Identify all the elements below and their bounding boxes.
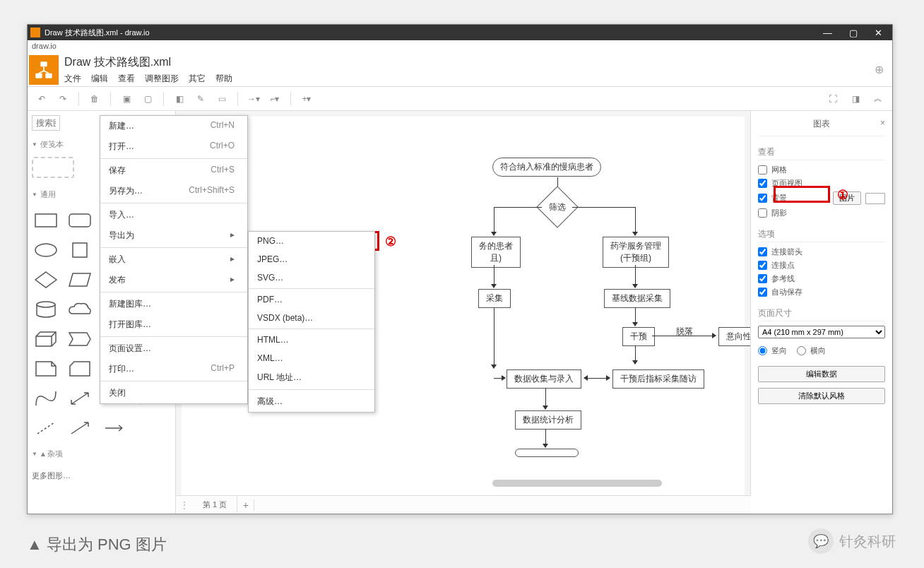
fc-node-left1[interactable]: 务的患者且) bbox=[471, 237, 521, 268]
page-size-select[interactable]: A4 (210 mm x 297 mm) bbox=[758, 326, 885, 338]
menu-item-close[interactable]: 关闭 bbox=[100, 383, 247, 403]
export-advanced[interactable]: 高级… bbox=[249, 391, 374, 412]
fullscreen-icon[interactable]: ⛶ bbox=[824, 90, 841, 107]
add-page-button[interactable]: + bbox=[237, 499, 254, 511]
minimize-button[interactable]: — bbox=[823, 28, 832, 38]
shape-cloud[interactable] bbox=[66, 297, 94, 321]
connection-icon[interactable]: →▾ bbox=[245, 90, 262, 107]
menu-extras[interactable]: 其它 bbox=[189, 73, 206, 85]
menu-help[interactable]: 帮助 bbox=[215, 73, 232, 85]
shape-cube[interactable] bbox=[32, 327, 60, 351]
shape-biarrow[interactable] bbox=[66, 386, 94, 410]
line-color-icon[interactable]: ✎ bbox=[192, 90, 209, 107]
menu-item-open[interactable]: 打开…Ctrl+O bbox=[100, 136, 247, 157]
shape-dashline[interactable] bbox=[32, 416, 60, 440]
export-html[interactable]: HTML… bbox=[249, 331, 374, 349]
annotation-label-2: ② bbox=[385, 234, 396, 249]
fc-node-intervention[interactable]: 干预 bbox=[622, 327, 655, 346]
shape-rect[interactable] bbox=[32, 208, 60, 232]
add-icon[interactable]: +▾ bbox=[298, 90, 315, 107]
menu-item-publish[interactable]: 发布▸ bbox=[100, 270, 247, 290]
fc-node-stats[interactable]: 数据统计分析 bbox=[515, 410, 581, 430]
checkbox-background[interactable]: 背景 图片 bbox=[758, 191, 885, 205]
close-button[interactable]: ✕ bbox=[875, 28, 882, 38]
panel-tab-diagram[interactable]: 图表 bbox=[813, 119, 830, 129]
globe-icon[interactable]: ⊕ bbox=[875, 63, 884, 76]
bg-color-swatch[interactable] bbox=[865, 193, 885, 204]
menu-view[interactable]: 查看 bbox=[118, 73, 135, 85]
shape-square[interactable] bbox=[66, 238, 94, 262]
fc-node-start[interactable]: 符合纳入标准的慢病患者 bbox=[492, 158, 601, 177]
menu-item-openlib[interactable]: 打开图库… bbox=[100, 314, 247, 335]
fc-node-datacollect[interactable]: 数据收集与录入 bbox=[507, 369, 581, 389]
to-front-icon[interactable]: ▣ bbox=[118, 90, 135, 107]
export-url[interactable]: URL 地址… bbox=[249, 367, 374, 388]
shape-arrow-line[interactable] bbox=[66, 416, 94, 440]
checkbox-grid[interactable]: 网格 bbox=[758, 165, 885, 175]
checkbox-conn-arrow[interactable]: 连接箭头 bbox=[758, 247, 885, 257]
format-panel-icon[interactable]: ◨ bbox=[847, 90, 864, 107]
fc-node-analysis[interactable]: 意向性分析 bbox=[718, 327, 751, 346]
page-tab-1[interactable]: 第 1 页 bbox=[193, 497, 237, 513]
checkbox-autosave[interactable]: 自动保存 bbox=[758, 287, 885, 297]
shadow-icon[interactable]: ▭ bbox=[213, 90, 230, 107]
more-shapes-link[interactable]: 更多图形… bbox=[32, 471, 171, 481]
checkbox-guide[interactable]: 参考线 bbox=[758, 273, 885, 284]
shape-parallelogram[interactable] bbox=[66, 268, 94, 292]
maximize-button[interactable]: ▢ bbox=[849, 28, 858, 38]
to-back-icon[interactable]: ▢ bbox=[139, 90, 156, 107]
figure-caption: ▲ 导出为 PNG 图片 bbox=[27, 534, 167, 555]
menu-file[interactable]: 文件 bbox=[64, 73, 81, 85]
shape-note[interactable] bbox=[32, 357, 60, 381]
svg-point-7 bbox=[35, 244, 57, 256]
export-png[interactable]: PNG… bbox=[249, 232, 374, 250]
menu-item-saveas[interactable]: 另存为…Ctrl+Shift+S bbox=[100, 181, 247, 201]
fc-node-right2[interactable]: 基线数据采集 bbox=[604, 289, 670, 308]
checkbox-conn-point[interactable]: 连接点 bbox=[758, 260, 885, 271]
menu-item-new[interactable]: 新建…Ctrl+N bbox=[100, 116, 247, 136]
delete-icon[interactable]: 🗑 bbox=[86, 90, 103, 107]
undo-icon[interactable]: ↶ bbox=[33, 90, 50, 107]
menu-item-pagesetup[interactable]: 页面设置… bbox=[100, 338, 247, 359]
shape-card[interactable] bbox=[66, 357, 94, 381]
checkbox-shadow[interactable]: 阴影 bbox=[758, 208, 885, 218]
menu-item-export[interactable]: 导出为▸ bbox=[100, 225, 247, 246]
menu-item-embed[interactable]: 嵌入▸ bbox=[100, 249, 247, 270]
collapse-icon[interactable]: ︽ bbox=[870, 90, 887, 107]
panel-close-icon[interactable]: × bbox=[880, 118, 885, 128]
search-input[interactable] bbox=[32, 115, 60, 131]
menu-item-print[interactable]: 打印…Ctrl+P bbox=[100, 359, 247, 379]
radio-landscape[interactable]: 横向 bbox=[797, 345, 826, 356]
clear-default-button[interactable]: 清除默认风格 bbox=[758, 388, 885, 404]
radio-portrait[interactable]: 竖向 bbox=[758, 345, 787, 356]
scratchpad-drop[interactable] bbox=[32, 157, 74, 178]
menu-arrange[interactable]: 调整图形 bbox=[145, 73, 179, 85]
fc-node-followup[interactable]: 干预后指标采集随访 bbox=[612, 369, 704, 389]
export-jpeg[interactable]: JPEG… bbox=[249, 250, 374, 268]
shape-cylinder[interactable] bbox=[32, 297, 60, 321]
menu-item-import[interactable]: 导入… bbox=[100, 205, 247, 225]
shape-curve[interactable] bbox=[32, 386, 60, 410]
tabs-grip-icon[interactable]: ⋮ bbox=[176, 500, 193, 510]
horizontal-scrollbar[interactable] bbox=[492, 480, 662, 487]
shape-step[interactable] bbox=[66, 327, 94, 351]
menu-edit[interactable]: 编辑 bbox=[91, 73, 108, 85]
export-svg[interactable]: SVG… bbox=[249, 268, 374, 287]
waypoint-icon[interactable]: ⌐▾ bbox=[266, 90, 283, 107]
fc-node-right1[interactable]: 药学服务管理 (干预组) bbox=[603, 237, 669, 268]
shape-diamond[interactable] bbox=[32, 268, 60, 292]
shape-roundrect[interactable] bbox=[66, 208, 94, 232]
export-vsdx[interactable]: VSDX (beta)… bbox=[249, 309, 374, 327]
shape-ellipse2[interactable] bbox=[32, 238, 60, 262]
menu-item-newlib[interactable]: 新建图库… bbox=[100, 294, 247, 314]
shape-conn[interactable] bbox=[100, 416, 128, 440]
export-pdf[interactable]: PDF… bbox=[249, 290, 374, 309]
export-xml[interactable]: XML… bbox=[249, 349, 374, 367]
menu-item-save[interactable]: 保存Ctrl+S bbox=[100, 160, 247, 181]
redo-icon[interactable]: ↷ bbox=[54, 90, 71, 107]
fill-color-icon[interactable]: ◧ bbox=[171, 90, 188, 107]
fc-node-left2[interactable]: 采集 bbox=[478, 289, 511, 308]
edit-data-button[interactable]: 编辑数据 bbox=[758, 366, 885, 382]
fc-node-end[interactable] bbox=[515, 449, 579, 457]
checkbox-pageview[interactable]: 页面视图 bbox=[758, 178, 885, 189]
